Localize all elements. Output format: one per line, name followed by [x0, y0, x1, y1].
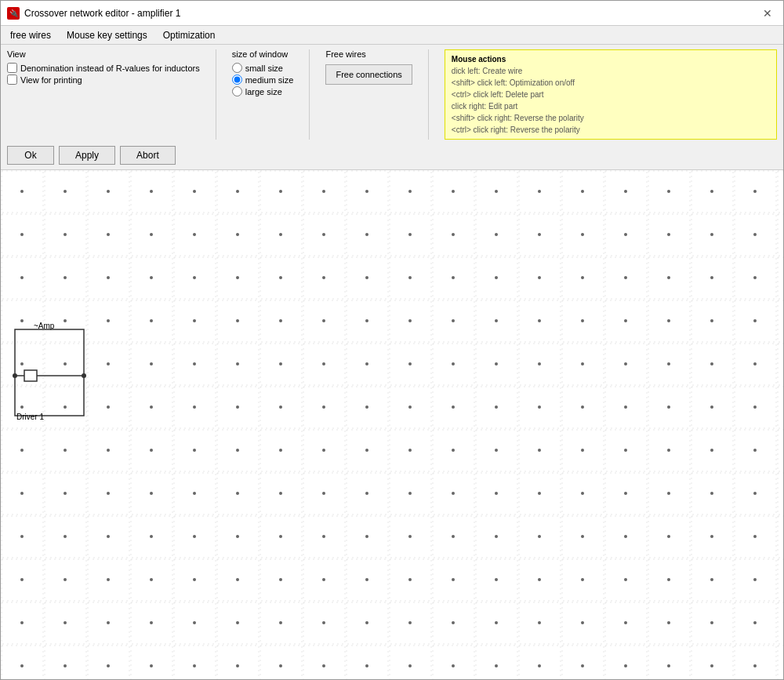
close-button[interactable]: ✕ — [758, 5, 777, 21]
svg-point-11 — [82, 373, 86, 378]
small-size-row[interactable]: small size — [232, 63, 294, 73]
toolbar-buttons-row: Ok Apply Abort — [7, 146, 777, 165]
mouse-actions-title: Mouse actions — [452, 53, 770, 65]
free-connections-button[interactable]: Free connections — [325, 64, 412, 85]
mouse-action-2: <ctrl> click left: Delete part — [452, 89, 770, 100]
ok-button[interactable]: Ok — [7, 146, 54, 165]
canvas-area[interactable]: ~Amp Driver 1 — [1, 170, 783, 679]
mouse-action-5: <ctrl> click right: Reverse the polarity — [452, 124, 770, 136]
view-printing-label: View for printing — [20, 75, 82, 85]
driver-label: Driver 1 — [16, 413, 44, 421]
mouse-action-1: <shift> click left: Optimization on/off — [452, 77, 770, 89]
toolbar-row1: View Denomination instead of R-values fo… — [7, 49, 777, 140]
view-section-title: View — [7, 49, 200, 59]
view-printing-checkbox[interactable] — [7, 75, 17, 85]
title-bar: 🔌 Crossover network editor - amplifier 1… — [1, 1, 783, 26]
denomination-label: Denomination instead of R-values for ind… — [20, 64, 200, 73]
apply-button[interactable]: Apply — [59, 146, 115, 165]
mouse-action-0: dick left: Create wire — [452, 65, 770, 77]
view-section: View Denomination instead of R-values fo… — [7, 49, 200, 85]
view-printing-checkbox-row[interactable]: View for printing — [7, 75, 200, 85]
medium-size-row[interactable]: medium size — [232, 75, 294, 85]
size-section-title: size of window — [232, 49, 294, 59]
divider-3 — [428, 49, 429, 140]
window-title: Crossover network editor - amplifier 1 — [24, 8, 180, 19]
menu-free-wires[interactable]: free wires — [4, 28, 57, 42]
free-wires-title: Free wires — [325, 49, 365, 59]
mouse-action-3: click right: Edit part — [452, 100, 770, 112]
denomination-checkbox-row[interactable]: Denomination instead of R-values for ind… — [7, 63, 200, 73]
small-size-label: small size — [245, 64, 283, 73]
small-size-radio[interactable] — [232, 63, 242, 73]
menu-optimization[interactable]: Optimization — [157, 28, 222, 42]
abort-button[interactable]: Abort — [120, 146, 176, 165]
size-section: size of window small size medium size la… — [232, 49, 294, 96]
menu-bar: free wires Mouse key settings Optimizati… — [1, 26, 783, 45]
divider-1 — [216, 49, 216, 140]
svg-rect-5 — [1, 170, 783, 679]
free-wires-section: Free wires Free connections — [325, 49, 412, 85]
main-window: 🔌 Crossover network editor - amplifier 1… — [0, 0, 784, 680]
grid-svg: ~Amp Driver 1 — [1, 170, 783, 679]
medium-size-label: medium size — [245, 75, 294, 85]
large-size-row[interactable]: large size — [232, 86, 294, 96]
mouse-actions-box: Mouse actions dick left: Create wire <sh… — [445, 49, 777, 140]
large-size-radio[interactable] — [232, 86, 242, 96]
toolbar: View Denomination instead of R-values fo… — [1, 45, 783, 170]
divider-2 — [309, 49, 310, 140]
large-size-label: large size — [245, 87, 282, 96]
denomination-checkbox[interactable] — [7, 63, 17, 73]
menu-mouse-key-settings[interactable]: Mouse key settings — [60, 28, 154, 42]
mouse-action-4: <shift> click right: Reverse the polarit… — [452, 112, 770, 124]
svg-rect-8 — [24, 370, 37, 381]
title-bar-left: 🔌 Crossover network editor - amplifier 1 — [7, 7, 180, 20]
svg-point-10 — [13, 373, 17, 378]
medium-size-radio[interactable] — [232, 75, 242, 85]
app-icon: 🔌 — [7, 7, 20, 20]
